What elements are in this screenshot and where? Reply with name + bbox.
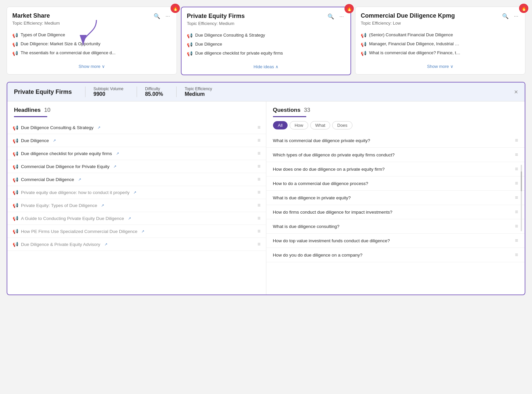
panel-stat-difficulty: Difficulty 85.00% xyxy=(137,87,163,97)
card-subtitle-kpmg: Topic Efficiency: Low xyxy=(361,21,455,26)
sort-icon-h1[interactable]: ≡ xyxy=(257,137,260,143)
ext-link-h2[interactable]: ↗ xyxy=(116,151,119,156)
show-more-market-share[interactable]: Show more ∨ xyxy=(12,60,171,69)
card-subtitle-market-share: Topic Efficiency: Medium xyxy=(12,21,60,26)
headline-item-1[interactable]: 📢 Due Diligence ↗ ≡ xyxy=(7,134,266,147)
question-item-7[interactable]: How do top value investment funds conduc… xyxy=(266,234,525,248)
scroll-indicator[interactable] xyxy=(521,165,522,231)
question-item-1[interactable]: Which types of due diligence do private … xyxy=(266,148,525,162)
megaphone-icon-2-2: 📢 xyxy=(361,51,366,56)
close-button[interactable]: × xyxy=(514,88,518,96)
panel-header: Private Equity Firms Subtopic Volume 990… xyxy=(7,83,525,101)
hide-ideas-private-equity[interactable]: Hide ideas ∧ xyxy=(187,62,345,69)
filter-tab-what[interactable]: What xyxy=(310,121,330,129)
ext-link-h4[interactable]: ↗ xyxy=(78,177,81,182)
search-btn-kpmg[interactable]: 🔍 xyxy=(501,12,510,20)
fire-badge-private-equity: 🔥 xyxy=(344,4,354,13)
megaphone-icon-h7: 📢 xyxy=(13,216,18,221)
sort-icon-h4[interactable]: ≡ xyxy=(257,176,260,182)
headline-item-9[interactable]: 📢 Due Diligence & Private Equity Advisor… xyxy=(7,238,266,251)
search-btn-market-share[interactable]: 🔍 xyxy=(152,12,162,20)
ext-link-h1[interactable]: ↗ xyxy=(53,138,56,143)
card-wrapper-kpmg: 🔥 Commercial Due Diligence Kpmg Topic Ef… xyxy=(355,7,525,75)
megaphone-icon-h9: 📢 xyxy=(13,242,18,247)
card-kpmg: 🔥 Commercial Due Diligence Kpmg Topic Ef… xyxy=(355,7,525,75)
scroll-thumb[interactable] xyxy=(521,171,522,191)
sort-icon-h7[interactable]: ≡ xyxy=(257,215,260,221)
question-item-6[interactable]: What is due diligence consulting? ≡ xyxy=(266,219,525,234)
sort-icon-q6[interactable]: ≡ xyxy=(515,223,518,229)
sort-icon-q1[interactable]: ≡ xyxy=(515,152,518,158)
sort-icon-h6[interactable]: ≡ xyxy=(257,202,260,208)
question-item-0[interactable]: What is commercial due diligence private… xyxy=(266,133,525,148)
headline-left-9: 📢 Due Diligence & Private Equity Advisor… xyxy=(13,242,107,247)
more-btn-kpmg[interactable]: ··· xyxy=(513,13,520,20)
ext-link-h9[interactable]: ↗ xyxy=(104,242,107,247)
headline-left-2: 📢 Due diligence checklist for private eq… xyxy=(13,151,119,156)
sort-icon-q3[interactable]: ≡ xyxy=(515,180,518,186)
sort-icon-q8[interactable]: ≡ xyxy=(515,252,518,258)
sort-icon-q5[interactable]: ≡ xyxy=(515,209,518,215)
card-item-0-0: 📢 Types of Due Diligence xyxy=(12,32,171,38)
headline-item-4[interactable]: 📢 Commercial Due Diligence ↗ ≡ xyxy=(7,173,266,186)
sort-icon-h0[interactable]: ≡ xyxy=(257,124,260,130)
ext-link-h5[interactable]: ↗ xyxy=(133,190,136,195)
more-btn-market-share[interactable]: ··· xyxy=(164,13,171,20)
sort-icon-q0[interactable]: ≡ xyxy=(515,137,518,143)
megaphone-icon-h8: 📢 xyxy=(13,229,18,234)
headline-item-7[interactable]: 📢 A Guide to Conducting Private Equity D… xyxy=(7,212,266,225)
megaphone-icon-2-1: 📢 xyxy=(361,42,366,47)
show-more-kpmg[interactable]: Show more ∨ xyxy=(361,60,520,69)
ext-link-h6[interactable]: ↗ xyxy=(101,203,104,208)
headline-text-6: Private Equity: Types of Due Diligence xyxy=(21,203,97,208)
sort-icon-q2[interactable]: ≡ xyxy=(515,166,518,172)
headline-item-8[interactable]: 📢 How PE Firms Use Specialized Commercia… xyxy=(7,225,266,238)
filter-tab-all[interactable]: All xyxy=(273,121,288,129)
headline-item-2[interactable]: 📢 Due diligence checklist for private eq… xyxy=(7,147,266,160)
card-header-market-share: Market Share Topic Efficiency: Medium 🔍 … xyxy=(12,12,171,31)
headline-item-6[interactable]: 📢 Private Equity: Types of Due Diligence… xyxy=(7,199,266,212)
question-text-0: What is commercial due diligence private… xyxy=(273,138,370,143)
question-item-5[interactable]: How do firms conduct due diligence for i… xyxy=(266,205,525,219)
question-item-2[interactable]: How does one do due diligence on a priva… xyxy=(266,162,525,176)
question-item-3[interactable]: How to do a commercial due diligence pro… xyxy=(266,176,525,191)
main-container: 🔥 Market Share Topic Efficiency: Medium … xyxy=(0,0,532,394)
question-item-8[interactable]: How do you do due diligence on a company… xyxy=(266,248,525,262)
headline-item-3[interactable]: 📢 Commercial Due Diligence for Private E… xyxy=(7,160,266,173)
megaphone-icon-h0: 📢 xyxy=(13,125,18,130)
headline-left-5: 📢 Private equity due diligence: how to c… xyxy=(13,190,136,195)
headline-left-3: 📢 Commercial Due Diligence for Private E… xyxy=(13,164,116,169)
card-header-private-equity: Private Equity Firms Topic Efficiency: M… xyxy=(187,13,345,31)
headline-item-5[interactable]: 📢 Private equity due diligence: how to c… xyxy=(7,186,266,199)
question-text-8: How do you do due diligence on a company… xyxy=(273,253,362,258)
sort-icon-h2[interactable]: ≡ xyxy=(257,150,260,156)
sort-icon-h3[interactable]: ≡ xyxy=(257,163,260,169)
headline-left-7: 📢 A Guide to Conducting Private Equity D… xyxy=(13,216,131,221)
megaphone-icon-h5: 📢 xyxy=(13,190,18,195)
headline-left-4: 📢 Commercial Due Diligence ↗ xyxy=(13,177,81,182)
more-btn-private-equity[interactable]: ··· xyxy=(338,13,345,20)
ext-link-h3[interactable]: ↗ xyxy=(113,164,116,169)
headlines-column: Headlines 10 📢 Due Diligence Consulting … xyxy=(7,101,266,295)
sort-icon-q7[interactable]: ≡ xyxy=(515,238,518,244)
headline-item-0[interactable]: 📢 Due Diligence Consulting & Strategy ↗ … xyxy=(7,121,266,134)
sort-icon-h5[interactable]: ≡ xyxy=(257,189,260,195)
ext-link-h7[interactable]: ↗ xyxy=(128,216,131,221)
panel-stat-volume: Subtopic Volume 9900 xyxy=(85,87,123,97)
sort-icon-h9[interactable]: ≡ xyxy=(257,241,260,247)
card-item-1-2: 📢 Due diligence checklist for private eq… xyxy=(187,51,345,56)
sort-icon-q4[interactable]: ≡ xyxy=(515,195,518,201)
search-btn-private-equity[interactable]: 🔍 xyxy=(326,13,335,20)
panel-body: Headlines 10 📢 Due Diligence Consulting … xyxy=(7,101,525,295)
headline-left-6: 📢 Private Equity: Types of Due Diligence… xyxy=(13,203,104,208)
headline-left-0: 📢 Due Diligence Consulting & Strategy ↗ xyxy=(13,125,100,130)
filter-tab-does[interactable]: Does xyxy=(332,121,352,129)
question-item-4[interactable]: What is due diligence in private equity?… xyxy=(266,191,525,205)
headline-text-8: How PE Firms Use Specialized Commercial … xyxy=(21,229,137,234)
ext-link-h8[interactable]: ↗ xyxy=(141,229,144,234)
megaphone-icon-h1: 📢 xyxy=(13,138,18,143)
sort-icon-h8[interactable]: ≡ xyxy=(257,228,260,234)
ext-link-h0[interactable]: ↗ xyxy=(97,125,100,130)
fire-badge-kpmg: 🔥 xyxy=(519,4,528,13)
filter-tab-how[interactable]: How xyxy=(290,121,308,129)
